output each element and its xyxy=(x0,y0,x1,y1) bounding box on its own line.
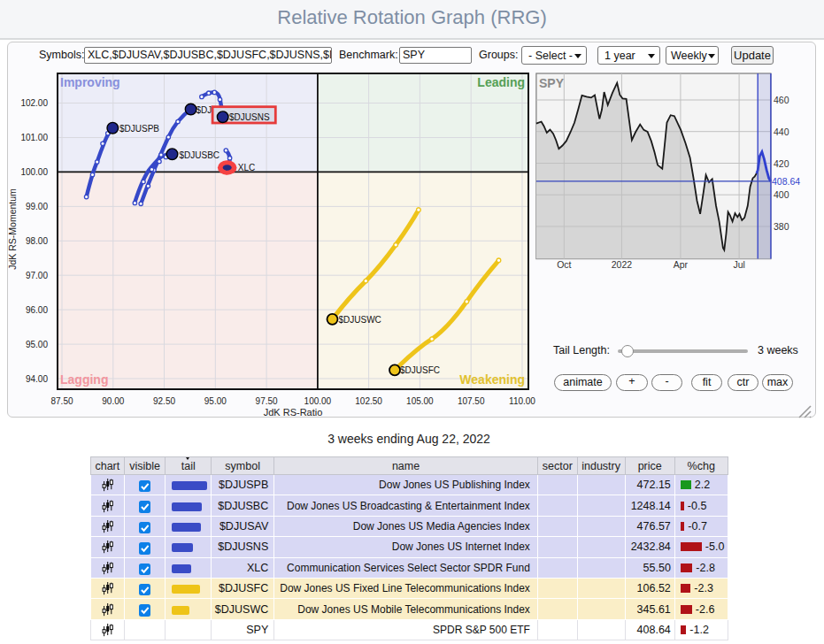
svg-text:100.00: 100.00 xyxy=(304,396,332,406)
svg-text:Improving: Improving xyxy=(60,75,120,89)
svg-text:420: 420 xyxy=(774,158,789,169)
svg-text:98.00: 98.00 xyxy=(26,236,48,246)
svg-text:Jul: Jul xyxy=(733,259,744,270)
svg-text:90.00: 90.00 xyxy=(102,396,124,406)
svg-text:440: 440 xyxy=(774,126,789,137)
svg-text:Weakening: Weakening xyxy=(459,372,525,387)
svg-text:JdK RS-Ratio: JdK RS-Ratio xyxy=(264,407,323,418)
svg-text:$DJUSWC: $DJUSWC xyxy=(339,315,381,325)
svg-text:380: 380 xyxy=(774,221,789,232)
svg-text:97.00: 97.00 xyxy=(26,271,48,280)
svg-text:97.50: 97.50 xyxy=(256,396,278,406)
svg-text:95.00: 95.00 xyxy=(26,340,48,349)
svg-text:$DJUSNS: $DJUSNS xyxy=(229,112,270,122)
svg-text:XLC: XLC xyxy=(238,163,255,172)
svg-text:$DJUSPB: $DJUSPB xyxy=(119,124,159,134)
svg-text:Apr: Apr xyxy=(674,259,689,270)
svg-text:100.00: 100.00 xyxy=(20,167,48,177)
svg-text:105.00: 105.00 xyxy=(406,396,434,406)
svg-text:102.50: 102.50 xyxy=(355,396,382,406)
svg-text:95.00: 95.00 xyxy=(204,396,227,406)
svg-text:102.00: 102.00 xyxy=(20,98,48,108)
svg-text:Leading: Leading xyxy=(477,75,525,89)
svg-text:96.00: 96.00 xyxy=(26,305,48,315)
svg-text:JdK RS-Momentum: JdK RS-Momentum xyxy=(7,188,18,270)
svg-text:$DJUSFC: $DJUSFC xyxy=(400,365,440,375)
svg-text:$DJUSBC: $DJUSBC xyxy=(180,150,220,160)
svg-text:460: 460 xyxy=(774,95,789,105)
svg-text:94.00: 94.00 xyxy=(26,374,48,384)
svg-text:408.64: 408.64 xyxy=(772,176,800,187)
svg-text:107.50: 107.50 xyxy=(458,396,485,406)
svg-text:Oct: Oct xyxy=(557,259,571,270)
svg-text:101.00: 101.00 xyxy=(20,133,48,142)
svg-text:Lagging: Lagging xyxy=(60,372,108,387)
svg-text:SPY: SPY xyxy=(539,76,565,90)
svg-text:400: 400 xyxy=(774,189,789,200)
svg-text:92.50: 92.50 xyxy=(153,396,175,406)
svg-text:110.00: 110.00 xyxy=(509,396,535,406)
svg-text:99.00: 99.00 xyxy=(26,202,48,211)
svg-text:2022: 2022 xyxy=(612,259,633,270)
svg-text:87.50: 87.50 xyxy=(50,396,73,406)
